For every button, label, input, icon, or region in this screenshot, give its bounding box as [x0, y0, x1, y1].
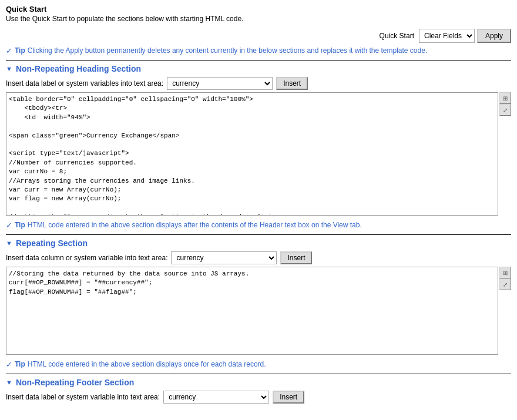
page-container: Quick Start Use the Quick Start to popul…: [0, 0, 517, 411]
heading-icon-2[interactable]: ⤢: [499, 104, 511, 116]
quick-start-section: Quick Start Use the Quick Start to popul…: [6, 5, 511, 55]
section-header-repeating: ▼ Repeating Section: [6, 238, 511, 248]
insert-row-heading: Insert data label or system variables in…: [6, 77, 511, 90]
repeating-icon-2[interactable]: ⤢: [499, 278, 511, 290]
divider-1: [6, 60, 511, 61]
heading-tip-label: Tip: [15, 221, 25, 229]
divider-2: [6, 234, 511, 235]
triangle-icon-repeating: ▼: [6, 240, 12, 247]
insert-button-repeating[interactable]: Insert: [280, 251, 312, 264]
quick-start-label: Quick Start: [380, 32, 414, 40]
section-title-heading: Non-Repeating Heading Section: [16, 64, 141, 73]
divider-3: [6, 374, 511, 374]
check-icon-heading: ✓: [6, 221, 12, 230]
insert-button-footer[interactable]: Insert: [273, 391, 304, 404]
insert-select-heading[interactable]: currency: [167, 77, 273, 90]
heading-tip-text: HTML code entered in the above section d…: [28, 221, 362, 229]
section-header-heading: ▼ Non-Repeating Heading Section: [6, 64, 511, 73]
section-title-repeating: Repeating Section: [16, 238, 88, 248]
insert-label-repeating: Insert data column or system variable in…: [6, 254, 167, 262]
repeating-code-textarea[interactable]: //Storing the data returned by the data …: [6, 267, 498, 355]
triangle-icon-heading: ▼: [6, 65, 12, 72]
insert-select-repeating[interactable]: currency: [171, 251, 277, 264]
heading-tip-bar: ✓ Tip HTML code entered in the above sec…: [6, 221, 511, 230]
non-repeating-heading-section: ▼ Non-Repeating Heading Section Insert d…: [6, 64, 511, 230]
heading-textarea-container: <table border="0" cellpadding="0" cellsp…: [6, 92, 511, 217]
check-icon: ✓: [6, 46, 12, 55]
insert-label-heading: Insert data label or system variables in…: [6, 79, 163, 88]
heading-right-icons: ⊞ ⤢: [499, 92, 511, 116]
quick-start-desc: Use the Quick Start to populate the sect…: [6, 15, 511, 23]
quick-start-tip-bar: ✓ Tip Clicking the Apply button permanen…: [6, 46, 511, 55]
quick-start-select[interactable]: Clear Fields: [419, 29, 475, 43]
repeating-icon-1[interactable]: ⊞: [499, 267, 511, 278]
section-header-footer: ▼ Non-Repeating Footer Section: [6, 378, 511, 387]
repeating-right-icons: ⊞ ⤢: [499, 267, 511, 290]
heading-code-textarea[interactable]: <table border="0" cellpadding="0" cellsp…: [6, 92, 498, 216]
tip-text: Clicking the Apply button permanently de…: [28, 46, 427, 55]
repeating-section: ▼ Repeating Section Insert data column o…: [6, 238, 511, 369]
check-icon-repeating: ✓: [6, 360, 12, 369]
repeating-tip-label: Tip: [15, 360, 25, 368]
insert-button-heading[interactable]: Insert: [276, 77, 308, 90]
section-title-footer: Non-Repeating Footer Section: [16, 378, 134, 387]
triangle-icon-footer: ▼: [6, 379, 12, 386]
repeating-textarea-container: //Storing the data returned by the data …: [6, 267, 511, 357]
insert-label-footer: Insert data label or system variable int…: [6, 393, 160, 401]
tip-label: Tip: [15, 46, 25, 55]
insert-row-repeating: Insert data column or system variable in…: [6, 251, 511, 264]
apply-button[interactable]: Apply: [477, 29, 511, 43]
insert-row-footer: Insert data label or system variable int…: [6, 391, 511, 404]
repeating-tip-bar: ✓ Tip HTML code entered in the above sec…: [6, 360, 511, 369]
quick-start-title: Quick Start: [6, 5, 511, 14]
heading-icon-1[interactable]: ⊞: [499, 92, 511, 104]
repeating-tip-text: HTML code entered in the above section d…: [28, 360, 266, 368]
non-repeating-footer-section: ▼ Non-Repeating Footer Section Insert da…: [6, 378, 511, 404]
quick-start-bar: Quick Start Clear Fields Apply: [6, 29, 511, 43]
insert-select-footer[interactable]: currency: [163, 391, 269, 404]
